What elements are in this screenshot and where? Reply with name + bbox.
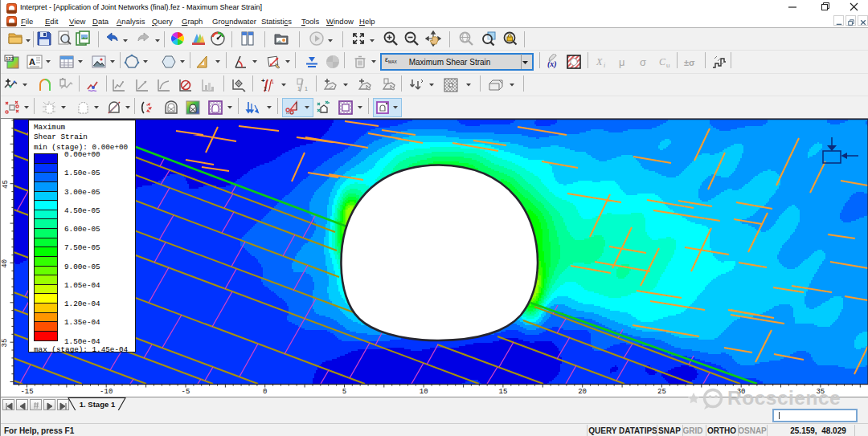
svg-text:-10: -10 <box>100 388 113 396</box>
svg-text:25: 25 <box>657 388 666 396</box>
svg-text:20: 20 <box>578 388 587 396</box>
svg-text:Rocscience: Rocscience <box>727 387 841 409</box>
svg-text:-5: -5 <box>182 388 190 396</box>
svg-text:5: 5 <box>342 388 346 396</box>
svg-text:-15: -15 <box>20 388 33 396</box>
svg-text:15: 15 <box>498 388 507 396</box>
svg-text:35: 35 <box>2 339 10 348</box>
svg-text:40: 40 <box>2 259 10 268</box>
svg-text:10: 10 <box>420 388 428 396</box>
svg-text:0: 0 <box>263 388 267 396</box>
svg-text:45: 45 <box>2 180 10 189</box>
